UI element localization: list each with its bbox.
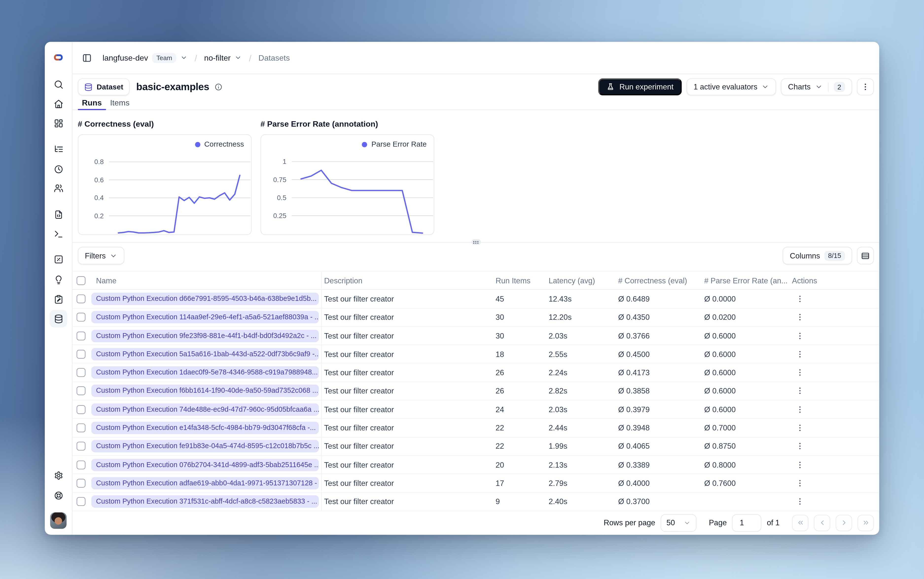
row-density-button[interactable] [857,247,874,265]
run-description: Test our filter creator [322,308,491,326]
row-actions-kebab[interactable] [795,403,804,416]
rows-per-page-select[interactable]: 50 [660,514,696,532]
run-experiment-button[interactable]: Run experiment [598,79,682,95]
columns-button[interactable]: Columns 8/15 [783,247,852,265]
run-name-link[interactable]: Custom Python Execution fe91b83e-04a5-47… [91,440,319,452]
row-actions-kebab[interactable] [795,477,804,490]
row-checkbox[interactable] [72,437,90,455]
column-header-name[interactable]: Name [90,272,322,290]
kebab-icon [861,83,870,92]
row-checkbox[interactable] [72,456,90,474]
run-description: Test our filter creator [322,456,491,474]
column-header-latency[interactable]: Latency (avg) [544,272,613,290]
sidebar-item-prompts[interactable] [49,206,67,223]
breadcrumb-page[interactable]: Datasets [258,53,290,62]
row-checkbox[interactable] [72,327,90,344]
sidebar-item-search[interactable] [49,75,67,93]
row-actions-kebab[interactable] [795,421,804,434]
run-description: Test our filter creator [322,401,491,419]
row-actions-kebab[interactable] [795,366,804,379]
column-header-parse-error-rate[interactable]: # Parse Error Rate (an... [700,272,787,290]
row-checkbox[interactable] [72,290,90,308]
breadcrumb-environment[interactable]: no-filter [204,53,242,62]
run-name-link[interactable]: Custom Python Execution 9fe23f98-881e-44… [91,329,319,342]
table-row[interactable]: Custom Python Execution 9fe23f98-881e-44… [72,327,879,345]
run-name-link[interactable]: Custom Python Execution 076b2704-341d-48… [91,458,319,471]
table-row[interactable]: Custom Python Execution 114aa9ef-29e6-4e… [72,308,879,327]
row-checkbox[interactable] [72,308,90,326]
table-row[interactable]: Custom Python Execution 74de488e-ec9d-47… [72,401,879,419]
sidebar-item-users[interactable] [49,179,67,197]
active-evaluators-dropdown[interactable]: 1 active evaluators [686,79,776,95]
row-actions-kebab[interactable] [795,311,804,324]
charts-dropdown[interactable]: Charts 2 [781,79,852,95]
sidebar-item-settings[interactable] [49,466,67,484]
run-name-link[interactable]: Custom Python Execution d66e7991-8595-45… [91,293,319,305]
prev-page-button[interactable] [814,515,830,531]
page-number-input[interactable] [732,514,762,532]
sidebar-item-playground[interactable] [49,225,67,243]
row-checkbox[interactable] [72,382,90,400]
run-name-link[interactable]: Custom Python Execution 1daec0f9-5e78-43… [91,366,319,379]
sidebar-item-support[interactable] [49,486,67,504]
sidebar-item-datasets[interactable] [49,310,67,327]
last-page-button[interactable] [857,515,874,531]
run-name-link[interactable]: Custom Python Execution adfae619-abb0-4d… [91,477,319,489]
run-name-link[interactable]: Custom Python Execution f6bb1614-1f90-40… [91,385,319,397]
panel-resize-divider [72,239,879,245]
select-all-checkbox[interactable] [72,272,90,290]
run-name-link[interactable]: Custom Python Execution 114aa9ef-29e6-4e… [91,311,319,324]
row-actions-kebab[interactable] [795,495,804,508]
breadcrumb-project[interactable]: langfuse-dev Team [103,53,188,63]
filters-button[interactable]: Filters [78,247,125,265]
sidebar-item-annotation[interactable] [49,290,67,308]
row-actions-kebab[interactable] [795,458,804,471]
run-name-link[interactable]: Custom Python Execution e14fa348-5cfc-49… [91,422,319,434]
row-checkbox[interactable] [72,419,90,437]
sidebar-item-insights[interactable] [49,271,67,289]
row-actions-kebab[interactable] [795,384,804,397]
resize-grip-handle[interactable] [471,239,480,245]
table-row[interactable]: Custom Python Execution 1daec0f9-5e78-43… [72,364,879,382]
table-row[interactable]: Custom Python Execution 371f531c-abff-4d… [72,493,879,511]
info-icon[interactable] [215,83,222,91]
column-header-correctness[interactable]: # Correctness (eval) [613,272,700,290]
table-row[interactable]: Custom Python Execution 5a15a616-1bab-44… [72,345,879,364]
run-name-link[interactable]: Custom Python Execution 371f531c-abff-4d… [91,496,319,508]
sidebar-item-sessions[interactable] [49,160,67,178]
tab-runs[interactable]: Runs [78,95,106,110]
kebab-icon [795,387,804,396]
table-row[interactable]: Custom Python Execution f6bb1614-1f90-40… [72,382,879,401]
run-name-link[interactable]: Custom Python Execution 74de488e-ec9d-47… [91,403,319,415]
row-checkbox[interactable] [72,474,90,492]
row-checkbox[interactable] [72,345,90,363]
table-row[interactable]: Custom Python Execution adfae619-abb0-4d… [72,474,879,493]
table-row[interactable]: Custom Python Execution fe91b83e-04a5-47… [72,437,879,456]
column-header-run-items[interactable]: Run Items [491,272,544,290]
gear-icon [53,470,63,481]
row-checkbox[interactable] [72,401,90,419]
row-checkbox[interactable] [72,493,90,510]
run-name-link[interactable]: Custom Python Execution 5a15a616-1bab-44… [91,348,319,360]
first-page-button[interactable] [792,515,809,531]
user-avatar[interactable] [50,512,67,529]
run-description: Test our filter creator [322,290,491,308]
sidebar-item-dashboards[interactable] [49,114,67,132]
sidebar-item-evaluation[interactable] [49,250,67,268]
latency-value: 2.03s [544,327,613,344]
more-actions-kebab[interactable] [857,79,874,95]
row-checkbox[interactable] [72,364,90,381]
row-actions-kebab[interactable] [795,293,804,306]
row-actions-kebab[interactable] [795,440,804,453]
sidebar-item-tracing[interactable] [49,140,67,158]
table-row[interactable]: Custom Python Execution 076b2704-341d-48… [72,456,879,474]
row-actions-kebab[interactable] [795,329,804,342]
next-page-button[interactable] [836,515,852,531]
table-row[interactable]: Custom Python Execution d66e7991-8595-45… [72,290,879,309]
row-actions-kebab[interactable] [795,348,804,361]
sidebar-toggle-icon[interactable] [79,50,94,65]
table-row[interactable]: Custom Python Execution e14fa348-5cfc-49… [72,419,879,437]
column-header-description[interactable]: Description [322,272,491,290]
sidebar-item-home[interactable] [49,95,67,113]
tab-items[interactable]: Items [106,95,134,110]
